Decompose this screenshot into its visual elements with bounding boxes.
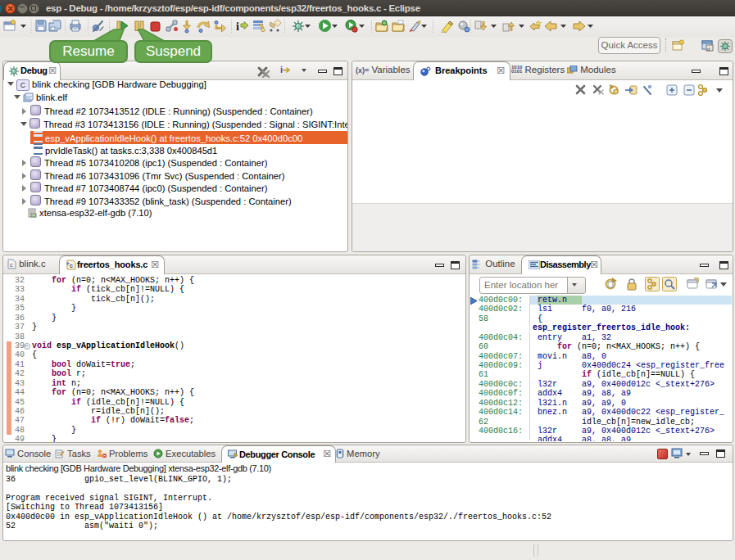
svg-text:c: c [70,263,73,269]
svg-text:d: d [707,47,710,52]
svg-text:c: c [10,262,13,268]
